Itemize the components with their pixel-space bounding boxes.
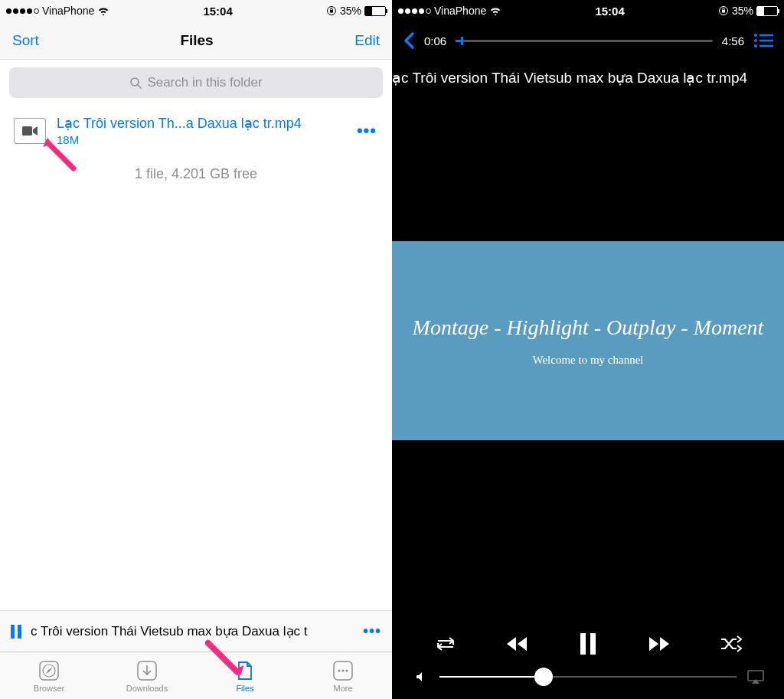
video-overlay-title: Montage - Highlight - Outplay - Moment [413, 315, 764, 340]
tab-browser[interactable]: Browser [0, 652, 98, 699]
status-bar: VinaPhone 15:04 35% [392, 0, 784, 21]
video-viewport[interactable]: Montage - Highlight - Outplay - Moment W… [392, 96, 784, 612]
download-icon [136, 659, 158, 682]
back-button[interactable] [403, 31, 415, 50]
svg-point-13 [341, 669, 344, 671]
file-more-button[interactable]: ••• [351, 121, 383, 141]
time-current: 0:06 [424, 34, 446, 47]
svg-rect-16 [722, 10, 725, 13]
seek-slider[interactable] [456, 40, 713, 42]
player-screen: VinaPhone 15:04 35% 0:06 4:56 ạc Trôi ve… [392, 0, 784, 699]
svg-rect-24 [590, 633, 596, 655]
svg-rect-4 [22, 126, 32, 136]
file-size: 18M [57, 133, 340, 146]
more-icon [332, 659, 354, 682]
shuffle-button[interactable] [715, 629, 746, 659]
player-top-bar: 0:06 4:56 [392, 21, 784, 60]
svg-point-21 [754, 44, 757, 47]
pause-icon[interactable] [11, 625, 21, 639]
wifi-icon [97, 6, 109, 15]
status-bar: VinaPhone 15:04 35% [0, 0, 392, 21]
battery-icon [756, 6, 778, 16]
search-input[interactable]: Search in this folder [9, 67, 383, 98]
carrier-label: VinaPhone [42, 5, 94, 17]
video-frame: Montage - Highlight - Outplay - Moment W… [392, 241, 784, 440]
clock: 15:04 [501, 5, 718, 18]
search-placeholder: Search in this folder [147, 75, 262, 90]
playlist-button[interactable] [753, 33, 773, 48]
search-icon [129, 77, 142, 90]
svg-line-3 [138, 85, 141, 88]
now-playing-more-button[interactable]: ••• [363, 622, 381, 640]
player-controls [392, 612, 784, 699]
page-title: Files [180, 32, 213, 49]
repeat-button[interactable] [430, 629, 461, 659]
clock: 15:04 [109, 5, 326, 18]
wifi-icon [489, 6, 501, 15]
player-filename: ạc Trôi version Thái Vietsub max bựa Dax… [392, 60, 784, 96]
svg-rect-5 [11, 625, 15, 639]
svg-rect-1 [330, 10, 333, 13]
forward-button[interactable] [644, 629, 675, 659]
compass-icon [38, 659, 60, 682]
tab-downloads[interactable]: Downloads [98, 652, 196, 699]
battery-icon [364, 6, 386, 16]
volume-low-icon [415, 671, 429, 683]
tab-bar: Browser Downloads Files More [0, 652, 392, 699]
svg-point-14 [345, 669, 348, 671]
signal-strength [398, 8, 431, 14]
pause-button[interactable] [573, 629, 603, 659]
svg-point-12 [338, 669, 340, 671]
signal-strength [6, 8, 39, 14]
svg-point-17 [754, 34, 757, 37]
svg-rect-23 [580, 633, 586, 655]
sort-button[interactable]: Sort [12, 32, 39, 49]
carrier-label: VinaPhone [434, 5, 486, 17]
files-screen: VinaPhone 15:04 35% Sort Files Edit Sear… [0, 0, 392, 699]
airplay-button[interactable] [747, 670, 761, 684]
tab-more[interactable]: More [294, 652, 392, 699]
now-playing-bar[interactable]: c Trôi version Thái Vietsub max bựa Daxu… [0, 610, 392, 652]
orientation-lock-icon [718, 5, 729, 16]
svg-rect-6 [18, 625, 21, 639]
svg-point-19 [754, 39, 757, 42]
battery-pct: 35% [732, 5, 753, 17]
file-name: Lạc Trôi version Th...a Daxua lạc tr.mp4 [57, 115, 340, 132]
battery-pct: 35% [340, 5, 361, 17]
time-total: 4:56 [722, 34, 744, 47]
video-overlay-subtitle: Welcome to my channel [533, 354, 644, 367]
rewind-button[interactable] [501, 629, 532, 659]
edit-button[interactable]: Edit [354, 32, 380, 49]
volume-slider[interactable] [439, 676, 737, 678]
orientation-lock-icon [326, 5, 337, 16]
now-playing-title: c Trôi version Thái Vietsub max bựa Daxu… [31, 623, 354, 639]
nav-bar: Sort Files Edit [0, 21, 392, 60]
